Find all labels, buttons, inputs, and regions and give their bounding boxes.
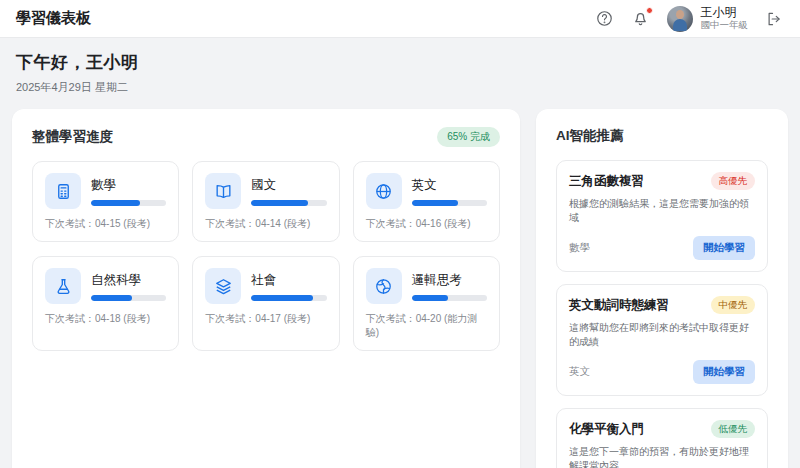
greeting-title: 下午好，王小明 [16,51,784,74]
recommendation-title: 三角函數複習 [569,173,644,190]
recommendation-subject: 數學 [569,241,590,255]
flask-icon [45,268,81,304]
recommendation-subject: 英文 [569,365,590,379]
logout-icon[interactable] [764,9,784,29]
start-learning-button[interactable]: 開始學習 [693,236,755,260]
overall-progress-card: 整體學習進度 65% 完成 數學 下次考試：04-15 (段考) [12,109,520,468]
globe-icon [366,173,402,209]
recommendation-title: 化學平衡入門 [569,421,644,438]
progress-bar [91,295,166,301]
recommendation-desc: 這是您下一章節的預習，有助於更好地理解課堂內容 [569,445,755,468]
overall-progress-title: 整體學習進度 [32,128,113,146]
bell-icon[interactable] [631,9,651,29]
brain-icon [366,268,402,304]
greeting-date: 2025年4月29日 星期二 [16,80,784,95]
book-icon [205,173,241,209]
avatar[interactable] [667,6,693,32]
next-exam-label: 下次考試：04-18 (段考) [45,312,166,326]
next-exam-label: 下次考試：04-14 (段考) [205,217,326,231]
next-exam-label: 下次考試：04-15 (段考) [45,217,166,231]
recommendation-item: 英文動詞時態練習 中優先 這將幫助您在即將到來的考試中取得更好的成績 英文 開始… [556,284,768,396]
progress-bar [412,295,487,301]
ai-recommendations-card: AI智能推薦 三角函數複習 高優先 根據您的測驗結果，這是您需要加強的領域 數學… [536,109,788,468]
subject-card-math[interactable]: 數學 下次考試：04-15 (段考) [32,161,179,242]
start-learning-button[interactable]: 開始學習 [693,360,755,384]
app-title: 學習儀表板 [16,9,91,28]
progress-bar [251,295,326,301]
subject-name: 數學 [91,177,166,194]
priority-badge: 低優先 [711,420,756,438]
recommendation-item: 三角函數複習 高優先 根據您的測驗結果，這是您需要加強的領域 數學 開始學習 [556,160,768,272]
progress-bar [412,200,487,206]
recommendation-desc: 根據您的測驗結果，這是您需要加強的領域 [569,197,755,225]
app-header: 學習儀表板 王小明 國中一年級 [0,0,800,38]
recommendation-item: 化學平衡入門 低優先 這是您下一章節的預習，有助於更好地理解課堂內容 自然科學 … [556,408,768,468]
recommendation-desc: 這將幫助您在即將到來的考試中取得更好的成績 [569,321,755,349]
subject-name: 社會 [251,272,326,289]
user-name: 王小明 [701,6,749,20]
subject-grid: 數學 下次考試：04-15 (段考) 國文 下次考試：04-14 [32,161,500,351]
help-icon[interactable] [595,9,615,29]
header-actions: 王小明 國中一年級 [595,6,785,32]
priority-badge: 高優先 [711,172,756,190]
subject-name: 英文 [412,177,487,194]
progress-bar [91,200,166,206]
subject-card-english[interactable]: 英文 下次考試：04-16 (段考) [353,161,500,242]
greeting-section: 下午好，王小明 2025年4月29日 星期二 [0,38,800,99]
layers-icon [205,268,241,304]
subject-name: 自然科學 [91,272,166,289]
overall-progress-badge: 65% 完成 [437,127,500,147]
ai-card-title: AI智能推薦 [556,127,624,145]
subject-card-social[interactable]: 社會 下次考試：04-17 (段考) [192,256,339,351]
subject-card-chinese[interactable]: 國文 下次考試：04-14 (段考) [192,161,339,242]
next-exam-label: 下次考試：04-17 (段考) [205,312,326,326]
user-menu[interactable]: 王小明 國中一年級 [667,6,749,32]
next-exam-label: 下次考試：04-16 (段考) [366,217,487,231]
priority-badge: 中優先 [711,296,756,314]
subject-name: 國文 [251,177,326,194]
next-exam-label: 下次考試：04-20 (能力測驗) [366,312,487,340]
calculator-icon [45,173,81,209]
notification-dot [646,7,653,14]
user-grade: 國中一年級 [701,20,749,31]
subject-name: 邏輯思考 [412,272,487,289]
recommendation-title: 英文動詞時態練習 [569,297,669,314]
progress-bar [251,200,326,206]
main-content: 整體學習進度 65% 完成 數學 下次考試：04-15 (段考) [0,99,800,468]
subject-card-logic[interactable]: 邏輯思考 下次考試：04-20 (能力測驗) [353,256,500,351]
subject-card-science[interactable]: 自然科學 下次考試：04-18 (段考) [32,256,179,351]
